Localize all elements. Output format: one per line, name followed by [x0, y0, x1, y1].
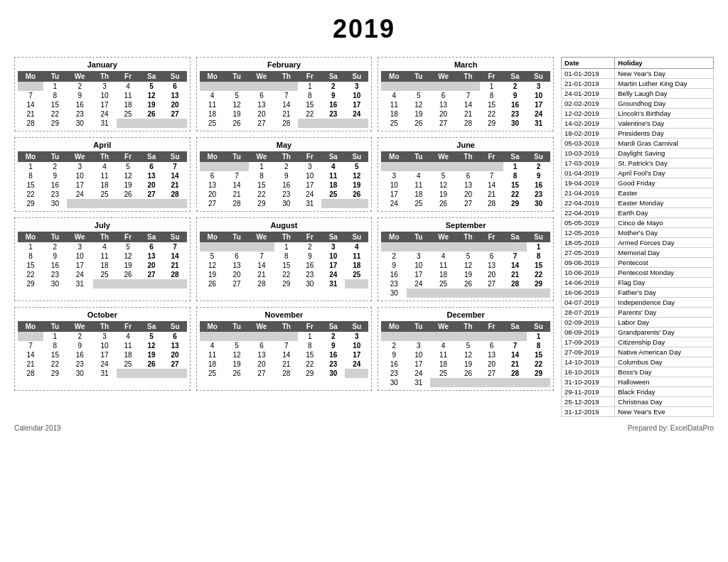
cal-day: 24	[93, 360, 117, 369]
cal-day: 27	[249, 369, 275, 378]
cal-day: 21	[18, 109, 43, 119]
cal-day: 8	[480, 91, 503, 100]
cal-day	[225, 82, 249, 91]
day-header: Fr	[480, 151, 503, 162]
month-block-august: AugustMoTuWeThFrSaSu12345678910111213141…	[196, 217, 373, 301]
cal-day: 15	[503, 180, 527, 190]
cal-day: 22	[298, 360, 321, 369]
cal-day: 12	[225, 100, 249, 109]
holiday-name: Daylight Saving	[615, 148, 714, 158]
day-header: Mo	[200, 321, 225, 332]
cal-day	[456, 332, 480, 341]
cal-day: 13	[140, 171, 164, 180]
cal-day: 21	[456, 109, 480, 119]
cal-day	[480, 288, 503, 298]
cal-day: 27	[430, 119, 456, 128]
holiday-row: 24-01-2019Belly Laugh Day	[562, 89, 714, 99]
cal-day: 12	[407, 100, 430, 109]
cal-day: 24	[93, 109, 117, 119]
holiday-row: 14-06-2019Flag Day	[562, 278, 714, 288]
footer-right: Prepared by: ExcelDataPro	[628, 424, 714, 432]
cal-day: 22	[18, 270, 43, 279]
holiday-name: Columbus Day	[615, 357, 714, 367]
holiday-name: April Fool's Day	[615, 168, 714, 178]
holiday-name: New Year's Eve	[615, 407, 714, 417]
cal-day: 26	[225, 369, 249, 378]
month-title: February	[200, 60, 369, 69]
cal-day	[503, 242, 527, 252]
day-header: We	[67, 321, 93, 332]
cal-day: 3	[321, 242, 345, 252]
cal-day: 23	[503, 109, 527, 119]
cal-day: 1	[480, 82, 503, 91]
cal-day: 23	[321, 360, 345, 369]
cal-day: 28	[164, 270, 187, 279]
cal-day: 18	[321, 180, 345, 190]
cal-day: 4	[200, 341, 225, 350]
cal-day: 10	[321, 252, 345, 261]
cal-day: 17	[93, 100, 117, 109]
holiday-row: 05-03-2019Mardi Gras Carnival	[562, 139, 714, 148]
cal-day: 6	[456, 171, 480, 180]
cal-day: 9	[527, 171, 550, 180]
cal-day: 15	[18, 180, 43, 190]
cal-day: 11	[321, 171, 345, 180]
cal-day: 20	[456, 190, 480, 199]
cal-day: 26	[430, 199, 456, 208]
cal-day: 9	[274, 171, 298, 180]
day-header: Mo	[18, 232, 43, 242]
holiday-date: 31-10-2019	[562, 377, 615, 387]
cal-day: 11	[430, 261, 456, 270]
cal-day	[381, 242, 407, 252]
cal-day: 18	[200, 360, 225, 369]
cal-day: 10	[67, 171, 93, 180]
cal-day	[200, 332, 225, 341]
holiday-row: 08-09-2019Grandparents' Day	[562, 328, 714, 337]
cal-day	[274, 82, 298, 91]
cal-day: 28	[249, 279, 275, 288]
cal-day: 16	[43, 180, 67, 190]
cal-day: 21	[249, 270, 275, 279]
cal-day: 23	[381, 369, 407, 378]
cal-day: 14	[225, 180, 249, 190]
cal-day: 1	[527, 242, 550, 252]
cal-day: 16	[321, 350, 345, 360]
cal-day	[430, 378, 456, 387]
cal-day: 29	[18, 199, 43, 208]
day-header: Fr	[480, 321, 503, 332]
cal-day: 16	[321, 100, 345, 109]
month-table: MoTuWeThFrSaSu12345678910111213141516171…	[381, 71, 550, 128]
cal-day: 28	[164, 190, 187, 199]
day-header: Su	[527, 151, 550, 162]
holidays-section: Date Holiday 01-01-2019New Year's Day21-…	[561, 57, 714, 417]
cal-day: 24	[67, 270, 93, 279]
month-table: MoTuWeThFrSaSu12345678910111213141516171…	[18, 151, 187, 208]
cal-day: 27	[200, 199, 225, 208]
month-title: March	[381, 60, 550, 69]
cal-day: 14	[249, 261, 275, 270]
holiday-name: Presidents Day	[615, 129, 714, 139]
cal-day: 15	[274, 261, 298, 270]
day-header: We	[67, 71, 93, 82]
month-block-january: JanuaryMoTuWeThFrSaSu1234567891011121314…	[14, 57, 191, 131]
holidays-name-header: Holiday	[615, 58, 714, 69]
cal-day: 11	[93, 171, 117, 180]
cal-day: 4	[430, 341, 456, 350]
cal-day: 25	[407, 199, 430, 208]
day-header: Mo	[381, 71, 407, 82]
day-header: Tu	[407, 151, 430, 162]
holiday-row: 09-06-2019Pentecost	[562, 258, 714, 268]
cal-day: 13	[249, 350, 275, 360]
cal-day: 17	[345, 100, 368, 109]
cal-day: 9	[67, 341, 93, 350]
cal-day	[480, 378, 503, 387]
cal-day	[140, 119, 164, 128]
cal-day: 23	[67, 109, 93, 119]
cal-day: 19	[456, 270, 480, 279]
cal-day	[298, 119, 321, 128]
cal-day: 13	[164, 91, 187, 100]
cal-day: 6	[480, 252, 503, 261]
day-header: Su	[164, 321, 187, 332]
holiday-name: Lincoln's Birthday	[615, 109, 714, 119]
cal-day: 6	[200, 171, 225, 180]
